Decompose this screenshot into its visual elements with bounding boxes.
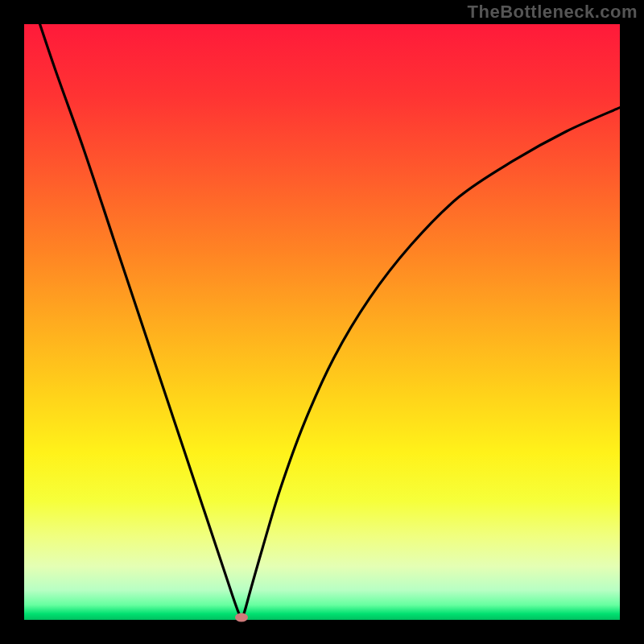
bottleneck-curve bbox=[24, 24, 620, 620]
plot-area bbox=[24, 24, 620, 620]
attribution-text: TheBottleneck.com bbox=[468, 2, 638, 23]
chart-frame: TheBottleneck.com bbox=[0, 0, 644, 644]
optimum-marker bbox=[235, 613, 248, 622]
